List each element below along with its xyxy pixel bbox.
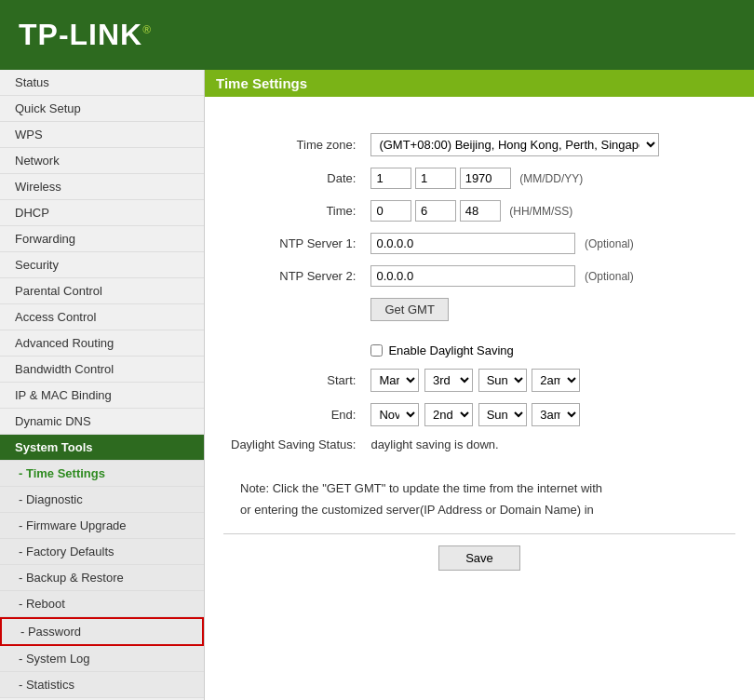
time-sec-input[interactable] — [460, 200, 501, 222]
sidebar-item-statistics[interactable]: - Statistics — [0, 672, 204, 698]
page-title: Time Settings — [216, 75, 743, 91]
sidebar-item-quick-setup[interactable]: Quick Setup — [0, 96, 204, 122]
date-day-input[interactable] — [415, 168, 456, 189]
date-label: Date: — [223, 162, 363, 195]
ntp2-hint: (Optional) — [585, 270, 634, 283]
time-row: Time: (HH/MM/SS) — [223, 195, 735, 227]
sidebar-item-dhcp[interactable]: DHCP — [0, 200, 204, 226]
time-label: Time: — [223, 195, 363, 227]
sidebar-item-reboot[interactable]: - Reboot — [0, 591, 204, 617]
end-day-select[interactable]: SunMonTueWedThuFriSat — [478, 403, 527, 426]
sidebar-item-forwarding[interactable]: Forwarding — [0, 226, 204, 252]
sidebar-item-backup-restore[interactable]: - Backup & Restore — [0, 565, 204, 591]
dst-end-row: End: JanFebMarAprMayJunJulAugSepOctNovDe… — [223, 397, 735, 432]
timezone-row: Time zone: (GMT+08:00) Beijing, Hong Kon… — [223, 128, 735, 162]
dst-status-row: Daylight Saving Status: daylight saving … — [223, 432, 735, 457]
start-month-select[interactable]: JanFebMarAprMayJunJulAugSepOctNovDec — [370, 369, 419, 392]
logo: TP-LINK® — [19, 18, 152, 52]
time-hour-input[interactable] — [370, 200, 411, 222]
page-title-bar: Time Settings — [205, 70, 754, 97]
ntp2-label: NTP Server 2: — [223, 260, 363, 292]
sidebar-item-system-tools[interactable]: System Tools — [0, 435, 204, 461]
dst-status-label: Daylight Saving Status: — [223, 432, 363, 457]
content-area: Time Settings Time zone: (GMT+08:00) Bei… — [205, 70, 754, 700]
sidebar-item-time-settings[interactable]: - Time Settings — [0, 461, 204, 487]
get-gmt-button[interactable]: Get GMT — [370, 298, 448, 321]
start-day-select[interactable]: SunMonTueWedThuFriSat — [478, 369, 527, 392]
sidebar-item-firmware-upgrade[interactable]: - Firmware Upgrade — [0, 513, 204, 539]
dst-status-cell: daylight saving is down. — [363, 432, 735, 457]
date-format-hint: (MM/DD/YY) — [519, 172, 583, 185]
sidebar-item-wireless[interactable]: Wireless — [0, 174, 204, 200]
start-time-select[interactable]: 1am2am3am4am5am6am — [532, 369, 580, 392]
save-area: Save — [223, 545, 735, 571]
time-format-hint: (HH/MM/SS) — [509, 205, 572, 218]
main-layout: Status Quick Setup WPS Network Wireless … — [0, 70, 754, 700]
sidebar: Status Quick Setup WPS Network Wireless … — [0, 70, 205, 700]
content-inner: Time zone: (GMT+08:00) Beijing, Hong Kon… — [205, 114, 754, 585]
timezone-select[interactable]: (GMT+08:00) Beijing, Hong Kong, Perth, S… — [370, 133, 659, 156]
ntp1-cell: (Optional) — [363, 227, 735, 260]
sidebar-item-status[interactable]: Status — [0, 70, 204, 96]
enable-dst-label[interactable]: Enable Daylight Saving — [370, 343, 728, 357]
dst-start-row: Start: JanFebMarAprMayJunJulAugSepOctNov… — [223, 363, 735, 397]
header: TP-LINK® — [0, 0, 754, 70]
sidebar-item-access-control[interactable]: Access Control — [0, 304, 204, 330]
settings-form: Time zone: (GMT+08:00) Beijing, Hong Kon… — [223, 128, 735, 522]
timezone-label: Time zone: — [223, 128, 363, 162]
time-cell: (HH/MM/SS) — [363, 195, 735, 227]
end-time-select[interactable]: 1am2am3am4am5am6am — [532, 403, 580, 426]
date-month-input[interactable] — [370, 168, 411, 189]
sidebar-item-system-log[interactable]: - System Log — [0, 646, 204, 672]
timezone-cell: (GMT+08:00) Beijing, Hong Kong, Perth, S… — [363, 128, 735, 162]
logo-trademark: ® — [142, 23, 152, 36]
sidebar-item-diagnostic[interactable]: - Diagnostic — [0, 487, 204, 513]
sidebar-item-ip-mac-binding[interactable]: IP & MAC Binding — [0, 383, 204, 409]
end-label: End: — [223, 397, 363, 432]
end-week-select[interactable]: 1st2nd3rd4thLast — [424, 403, 473, 426]
sidebar-item-bandwidth-control[interactable]: Bandwidth Control — [0, 357, 204, 383]
time-min-input[interactable] — [415, 200, 456, 222]
enable-dst-text: Enable Daylight Saving — [388, 343, 513, 357]
ntp1-row: NTP Server 1: (Optional) — [223, 227, 735, 260]
ntp2-cell: (Optional) — [363, 260, 735, 292]
sidebar-item-wps[interactable]: WPS — [0, 122, 204, 148]
ntp2-row: NTP Server 2: (Optional) — [223, 260, 735, 292]
ntp1-input[interactable] — [370, 233, 575, 254]
spacer-row2 — [223, 457, 735, 468]
get-gmt-row: Get GMT — [223, 292, 735, 327]
date-year-input[interactable] — [460, 168, 511, 189]
end-month-select[interactable]: JanFebMarAprMayJunJulAugSepOctNovDec — [370, 403, 419, 426]
enable-dst-checkbox[interactable] — [370, 344, 383, 357]
date-cell: (MM/DD/YY) — [363, 162, 735, 195]
note-line2: or entering the customized server(IP Add… — [231, 503, 728, 517]
note-line1: Note: Click the "GET GMT" to update the … — [231, 481, 728, 495]
save-button[interactable]: Save — [438, 545, 520, 571]
sidebar-item-factory-defaults[interactable]: - Factory Defaults — [0, 539, 204, 565]
sidebar-item-parental-control[interactable]: Parental Control — [0, 278, 204, 304]
note-row: Note: Click the "GET GMT" to update the … — [223, 468, 735, 522]
sidebar-item-dynamic-dns[interactable]: Dynamic DNS — [0, 409, 204, 435]
date-row: Date: (MM/DD/YY) — [223, 162, 735, 195]
ntp2-input[interactable] — [370, 265, 575, 287]
spacer-row — [223, 327, 735, 338]
start-week-select[interactable]: 1st2nd3rd4thLast — [424, 369, 473, 392]
ntp1-hint: (Optional) — [585, 237, 634, 250]
sidebar-item-password[interactable]: - Password — [0, 617, 204, 646]
ntp1-label: NTP Server 1: — [223, 227, 363, 260]
end-cell: JanFebMarAprMayJunJulAugSepOctNovDec 1st… — [363, 397, 735, 432]
start-label: Start: — [223, 363, 363, 397]
sidebar-item-network[interactable]: Network — [0, 148, 204, 174]
enable-dst-row: Enable Daylight Saving — [223, 338, 735, 363]
start-cell: JanFebMarAprMayJunJulAugSepOctNovDec 1st… — [363, 363, 735, 397]
divider — [223, 533, 735, 534]
dst-status-value: daylight saving is down. — [370, 438, 498, 451]
sidebar-item-security[interactable]: Security — [0, 252, 204, 278]
sidebar-item-advanced-routing[interactable]: Advanced Routing — [0, 330, 204, 357]
